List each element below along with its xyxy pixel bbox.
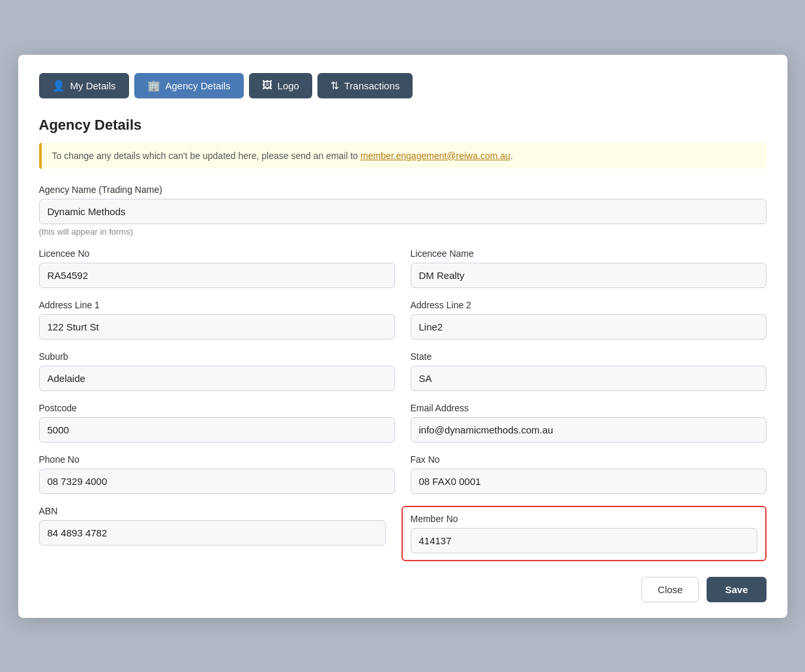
suburb-label: Suburb (39, 351, 395, 362)
licencee-row: Licencee No Licencee Name (39, 248, 767, 288)
logo-icon: 🖼 (262, 80, 272, 91)
address-line1-group: Address Line 1 (39, 300, 395, 340)
close-button[interactable]: Close (641, 577, 699, 602)
address-line1-input[interactable] (39, 314, 395, 340)
postcode-email-row: Postcode Email Address (39, 403, 767, 443)
suburb-group: Suburb (39, 351, 395, 391)
modal-container: 👤 My Details 🏢 Agency Details 🖼 Logo ⇅ T… (18, 55, 787, 618)
member-no-input[interactable] (411, 528, 757, 553)
tab-my-details[interactable]: 👤 My Details (39, 73, 129, 98)
phone-group: Phone No (39, 454, 395, 494)
phone-input[interactable] (39, 469, 395, 494)
suburb-input[interactable] (39, 366, 395, 391)
abn-label: ABN (39, 506, 386, 516)
save-button[interactable]: Save (707, 577, 766, 602)
suburb-state-row: Suburb State (39, 351, 767, 391)
address-row: Address Line 1 Address Line 2 (39, 300, 767, 340)
agency-name-label: Agency Name (Trading Name) (39, 184, 767, 195)
state-label: State (411, 351, 767, 362)
my-details-icon: 👤 (52, 80, 65, 92)
postcode-label: Postcode (39, 403, 395, 413)
tab-bar: 👤 My Details 🏢 Agency Details 🖼 Logo ⇅ T… (39, 73, 767, 98)
licencee-name-input[interactable] (411, 263, 767, 288)
tab-logo-label: Logo (278, 80, 299, 91)
address-line1-label: Address Line 1 (39, 300, 395, 310)
postcode-input[interactable] (39, 417, 395, 443)
licencee-name-group: Licencee Name (411, 248, 767, 288)
address-line2-label: Address Line 2 (411, 300, 767, 310)
transactions-icon: ⇅ (330, 80, 339, 92)
state-input[interactable] (411, 366, 767, 391)
address-line2-input[interactable] (411, 314, 767, 340)
state-group: State (411, 351, 767, 391)
abn-group: ABN (39, 506, 386, 561)
abn-input[interactable] (39, 520, 386, 546)
tab-transactions-label: Transactions (344, 80, 400, 91)
email-input[interactable] (411, 417, 767, 443)
footer-actions: Close Save (39, 577, 767, 602)
postcode-group: Postcode (39, 403, 395, 443)
alert-text: To change any details which can't be upd… (52, 151, 361, 161)
tab-agency-details[interactable]: 🏢 Agency Details (134, 73, 244, 98)
fax-input[interactable] (411, 469, 767, 494)
licencee-no-group: Licencee No (39, 248, 395, 288)
tab-transactions[interactable]: ⇅ Transactions (317, 73, 413, 98)
email-group: Email Address (411, 403, 767, 443)
tab-logo[interactable]: 🖼 Logo (249, 73, 312, 98)
licencee-no-input[interactable] (39, 263, 395, 288)
abn-member-row: ABN Member No (39, 506, 767, 561)
licencee-name-label: Licencee Name (411, 248, 767, 259)
alert-banner: To change any details which can't be upd… (39, 143, 767, 169)
tab-agency-details-label: Agency Details (166, 80, 231, 91)
email-label: Email Address (411, 403, 767, 413)
fax-group: Fax No (411, 454, 767, 494)
member-no-group: Member No (402, 506, 767, 561)
alert-suffix: . (510, 151, 513, 161)
page-title: Agency Details (39, 117, 767, 134)
licencee-no-label: Licencee No (39, 248, 395, 259)
fax-label: Fax No (411, 454, 767, 465)
address-line2-group: Address Line 2 (411, 300, 767, 340)
tab-my-details-label: My Details (70, 80, 116, 91)
phone-fax-row: Phone No Fax No (39, 454, 767, 494)
agency-name-hint: (this will appear in forms) (39, 227, 767, 237)
agency-name-input[interactable] (39, 199, 767, 224)
form-section: Agency Name (Trading Name) (this will ap… (39, 184, 767, 561)
member-no-label: Member No (411, 514, 757, 524)
agency-name-group: Agency Name (Trading Name) (this will ap… (39, 184, 767, 237)
phone-label: Phone No (39, 454, 395, 465)
alert-email-link[interactable]: member.engagement@reiwa.com.au (360, 151, 510, 161)
agency-details-icon: 🏢 (147, 80, 160, 92)
